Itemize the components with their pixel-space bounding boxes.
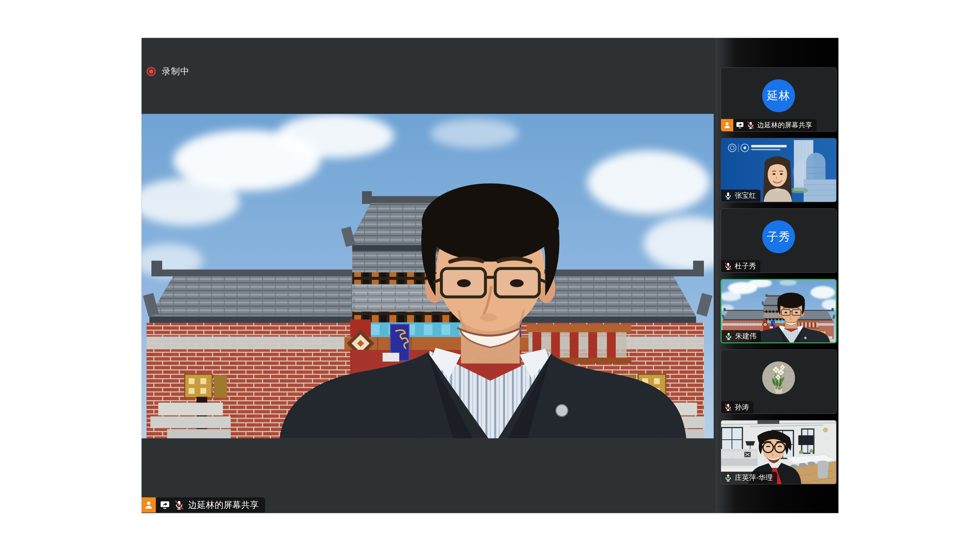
participant-name: 张宝红 bbox=[735, 191, 756, 200]
participant-tile-zhangbaohong[interactable]: 张宝红 bbox=[721, 138, 837, 202]
avatar: 子秀 bbox=[762, 221, 795, 253]
participant-tile-suntao[interactable]: 孙涛 bbox=[721, 349, 837, 414]
participant-name: 孙涛 bbox=[735, 402, 749, 412]
participant-tile-zhuangyingping[interactable]: 庄英萍-华理 bbox=[721, 420, 837, 484]
avatar: 延林 bbox=[762, 79, 795, 112]
meeting-window: 录制中 边延林的屏幕共享 延林 边延林的屏幕共享 bbox=[142, 38, 838, 513]
participant-name: 庄英萍-华理 bbox=[735, 473, 773, 483]
participant-name-chip: 边延林的屏幕共享 bbox=[721, 119, 816, 131]
participant-tile-zhujianwei[interactable]: 朱建伟 bbox=[721, 279, 837, 343]
participant-name-chip: 朱建伟 bbox=[722, 330, 761, 342]
participant-name: 杜子秀 bbox=[735, 261, 756, 271]
participant-name-chip: 庄英萍-华理 bbox=[721, 472, 777, 484]
recording-indicator: 录制中 bbox=[146, 65, 189, 78]
participant-tile-duzixiu[interactable]: 子秀 杜子秀 bbox=[721, 208, 837, 273]
participant-name: 朱建伟 bbox=[735, 331, 757, 341]
mic-muted-icon bbox=[724, 262, 732, 270]
mic-muted-icon bbox=[724, 403, 732, 411]
recording-label: 录制中 bbox=[162, 65, 189, 78]
participant-tile-share[interactable]: 延林 边延林的屏幕共享 bbox=[721, 67, 837, 132]
screen-share-icon bbox=[160, 500, 170, 510]
mic-muted-icon bbox=[174, 500, 184, 510]
participant-name: 边延林的屏幕共享 bbox=[757, 121, 812, 130]
shared-screen-video[interactable] bbox=[142, 114, 714, 438]
pinned-person-icon bbox=[142, 497, 156, 513]
participant-name-chip: 杜子秀 bbox=[721, 260, 760, 272]
shared-screen-stage: 录制中 边延林的屏幕共享 bbox=[142, 38, 715, 513]
flower-avatar-image bbox=[762, 362, 795, 394]
recording-dot-icon bbox=[146, 67, 156, 76]
screen-share-owner-label: 边延林的屏幕共享 bbox=[188, 499, 259, 511]
screen-share-owner-chip: 边延林的屏幕共享 bbox=[142, 497, 265, 513]
mic-on-icon bbox=[724, 192, 732, 200]
mic-speaking-icon bbox=[724, 332, 733, 340]
participants-sidebar: 延林 边延林的屏幕共享 张宝红 子秀 杜子秀 bbox=[715, 38, 838, 513]
mic-muted-icon bbox=[746, 121, 755, 129]
pinned-person-icon bbox=[721, 119, 733, 131]
participant-name-chip: 张宝红 bbox=[721, 189, 760, 202]
participant-name-chip: 孙涛 bbox=[721, 401, 753, 413]
screen-share-icon bbox=[736, 121, 744, 129]
avatar-photo bbox=[762, 362, 795, 394]
mic-speaking-icon bbox=[724, 473, 732, 482]
